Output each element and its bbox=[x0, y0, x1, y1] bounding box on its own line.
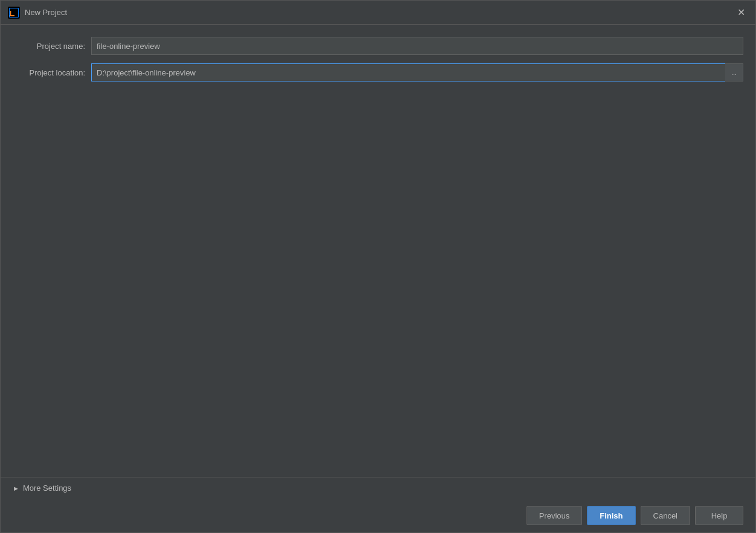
ellipsis-icon: ... bbox=[731, 69, 737, 76]
project-name-row: Project name: bbox=[13, 37, 743, 55]
project-name-input[interactable] bbox=[91, 37, 743, 55]
more-settings-label: More Settings bbox=[23, 484, 71, 493]
more-settings-section[interactable]: ► More Settings bbox=[1, 477, 755, 499]
title-bar-left: I New Project bbox=[8, 7, 67, 19]
new-project-dialog: I New Project ✕ Project name: Project lo… bbox=[0, 0, 756, 533]
content-spacer bbox=[13, 90, 743, 465]
browse-button[interactable]: ... bbox=[725, 63, 743, 81]
dialog-title: New Project bbox=[25, 8, 67, 17]
project-location-input-group: ... bbox=[91, 63, 743, 81]
dialog-content: Project name: Project location: ... bbox=[1, 25, 755, 477]
intellij-icon: I bbox=[8, 7, 20, 19]
previous-button[interactable]: Previous bbox=[527, 506, 583, 525]
close-icon: ✕ bbox=[737, 7, 745, 18]
finish-button[interactable]: Finish bbox=[587, 506, 635, 525]
title-bar: I New Project ✕ bbox=[1, 1, 755, 25]
project-location-label: Project location: bbox=[13, 68, 91, 77]
project-location-input[interactable] bbox=[91, 63, 725, 81]
dialog-footer: Previous Finish Cancel Help bbox=[1, 499, 755, 532]
project-location-row: Project location: ... bbox=[13, 63, 743, 81]
project-name-label: Project name: bbox=[13, 42, 91, 51]
cancel-button[interactable]: Cancel bbox=[641, 506, 690, 525]
chevron-right-icon: ► bbox=[13, 485, 19, 492]
help-button[interactable]: Help bbox=[695, 506, 743, 525]
close-button[interactable]: ✕ bbox=[734, 5, 748, 20]
svg-rect-4 bbox=[10, 15, 14, 16]
